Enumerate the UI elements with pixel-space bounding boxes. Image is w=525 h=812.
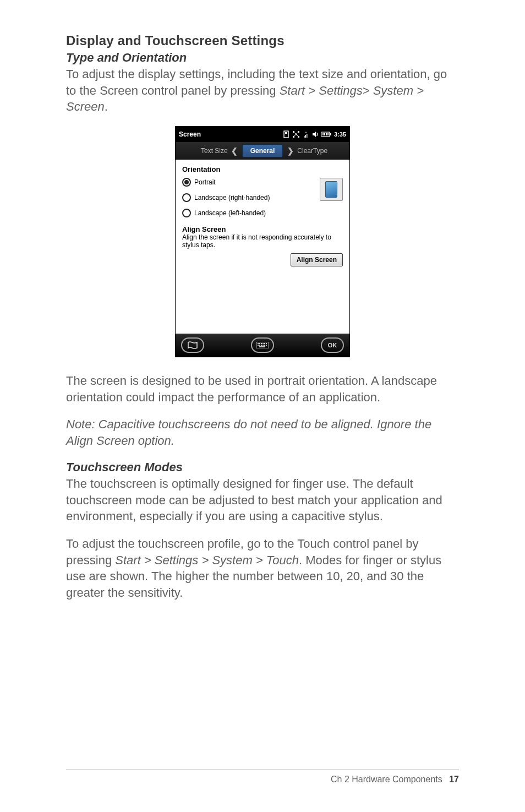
svg-rect-21 (261, 343, 262, 344)
text-segment: . (105, 100, 108, 113)
svg-rect-26 (259, 345, 260, 346)
svg-rect-8 (304, 136, 305, 138)
tabbar: Text Size ❮ General ❯ ClearType (176, 142, 349, 160)
align-section: Align Screen Align the screen if it is n… (182, 225, 343, 249)
svg-rect-14 (322, 133, 324, 135)
page: Display and Touchscreen Settings Type an… (0, 0, 525, 812)
keyboard-icon (256, 342, 269, 348)
heading-touchscreen-modes: Touchscreen Modes (66, 460, 459, 475)
page-number: 17 (449, 775, 459, 784)
panel-content: Orientation Portrait Landscape (right-ha… (176, 160, 349, 334)
sim-icon (283, 130, 289, 138)
chevron-left-icon: ❮ (231, 146, 238, 155)
align-button-wrap: Align Screen (182, 253, 343, 266)
para-capacitive-note: Note: Capacitive touchscreens do not nee… (66, 416, 459, 449)
ok-button[interactable]: OK (321, 337, 344, 353)
network-icon (292, 131, 300, 138)
radio-landscape-left[interactable]: Landscape (left-handed) (182, 209, 270, 217)
svg-rect-29 (264, 345, 265, 346)
note-italic: Note: Capacitive touchscreens do not nee… (66, 417, 431, 448)
svg-rect-17 (327, 133, 329, 135)
para-touch-profile: To adjust the touchscreen profile, go to… (66, 536, 459, 601)
para-adjust-display: To adjust the display settings, includin… (66, 66, 459, 115)
heading-display-settings: Display and Touchscreen Settings (66, 33, 459, 48)
battery-icon (321, 132, 331, 137)
tab-text-size: Text Size (201, 147, 228, 155)
titlebar: Screen 3:35 (176, 127, 349, 142)
align-screen-button[interactable]: Align Screen (291, 253, 343, 266)
windows-flag-icon (188, 341, 198, 350)
start-button[interactable] (181, 337, 204, 353)
svg-rect-15 (324, 133, 325, 135)
para-touch-finger: The touchscreen is optimally designed fo… (66, 476, 459, 525)
radio-portrait[interactable]: Portrait (182, 178, 270, 187)
window-title: Screen (179, 130, 281, 138)
volume-icon (312, 131, 319, 138)
radio-label: Landscape (right-handed) (194, 194, 270, 201)
screen-preview-icon (320, 178, 343, 201)
tab-right-wrap[interactable]: ❯ ClearType (283, 146, 349, 155)
radio-label: Landscape (left-handed) (194, 209, 266, 217)
chevron-right-icon: ❯ (287, 146, 294, 155)
keyboard-button[interactable] (251, 337, 274, 353)
svg-marker-11 (313, 132, 316, 137)
radio-circle-icon (182, 193, 191, 202)
svg-rect-25 (258, 345, 259, 346)
bottombar: OK (176, 334, 349, 357)
path-start-touch: Start > Settings > System > Touch (115, 553, 299, 567)
tab-cleartype: ClearType (297, 147, 327, 155)
svg-rect-22 (262, 343, 264, 344)
footer-rule (66, 770, 459, 770)
svg-rect-30 (266, 345, 267, 346)
heading-type-orientation: Type and Orientation (66, 51, 459, 65)
svg-rect-9 (305, 135, 306, 138)
svg-rect-28 (262, 345, 264, 346)
svg-rect-27 (261, 345, 262, 346)
svg-rect-1 (285, 132, 287, 134)
radio-label: Portrait (194, 178, 216, 186)
status-icons: 3:35 (283, 130, 346, 138)
svg-rect-13 (330, 133, 331, 135)
tab-general[interactable]: General (242, 144, 283, 157)
footer-chapter: Ch 2 Hardware Components (331, 775, 442, 784)
svg-rect-16 (326, 133, 327, 135)
align-description: Align the screen if it is not responding… (182, 233, 343, 249)
screenshot-screen-panel: Screen 3:35 Text Size ❮ General ❯ (175, 126, 350, 357)
align-title: Align Screen (182, 225, 343, 233)
radio-dot-icon (184, 180, 189, 184)
screenshot-wrapper: Screen 3:35 Text Size ❮ General ❯ (66, 126, 459, 357)
svg-rect-0 (284, 131, 288, 138)
svg-rect-23 (264, 343, 265, 344)
svg-marker-7 (305, 132, 307, 133)
screen-preview-inner (325, 181, 337, 198)
svg-rect-10 (307, 134, 308, 138)
svg-rect-19 (258, 343, 259, 344)
para-portrait-note: The screen is designed to be used in por… (66, 373, 459, 405)
tab-left-wrap[interactable]: Text Size ❮ (176, 146, 242, 155)
radio-landscape-right[interactable]: Landscape (right-handed) (182, 193, 270, 202)
svg-rect-31 (259, 346, 265, 347)
svg-rect-20 (259, 343, 260, 344)
orientation-label: Orientation (182, 165, 343, 173)
svg-rect-24 (266, 343, 267, 344)
clock: 3:35 (334, 131, 346, 138)
footer-text: Ch 2 Hardware Components 17 (66, 775, 459, 784)
radio-circle-icon (182, 209, 191, 217)
radio-group-orientation: Portrait Landscape (right-handed) Landsc… (182, 178, 270, 217)
signal-icon (303, 131, 309, 138)
page-footer: Ch 2 Hardware Components 17 (66, 770, 459, 784)
orientation-row: Portrait Landscape (right-handed) Landsc… (182, 178, 343, 217)
radio-circle-icon (182, 178, 191, 187)
